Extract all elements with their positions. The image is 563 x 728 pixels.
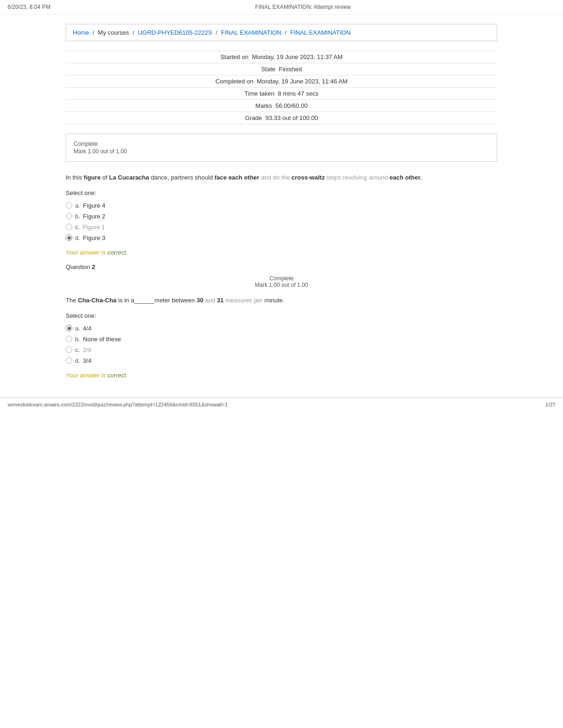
breadcrumb-home[interactable]: Home bbox=[73, 29, 89, 36]
info-marks: Marks 56.00/60.00 bbox=[66, 100, 497, 112]
q2-option-a[interactable]: a. 4/4 bbox=[66, 323, 497, 334]
question2-number: Question 2 bbox=[66, 263, 497, 270]
attempt-info-table: Started on Monday, 19 June 2023, 11:37 A… bbox=[66, 51, 497, 124]
question1-content: In this figure of La Cucaracha dance, pa… bbox=[66, 173, 497, 256]
info-grade: Grade 93.33 out of 100.00 bbox=[66, 112, 497, 124]
page-title-top: FINAL EXAMINATION: Attempt review bbox=[255, 4, 351, 10]
q1-status: Complete bbox=[74, 141, 489, 147]
q2-status: Complete bbox=[66, 275, 497, 282]
q2-radio-c bbox=[66, 346, 72, 353]
info-row-grade: Grade 93.33 out of 100.00 bbox=[66, 112, 497, 124]
breadcrumb-course[interactable]: UGRD-PHYED6105-2222S bbox=[138, 29, 212, 36]
q1-option-d[interactable]: d. Figure 3 bbox=[66, 233, 497, 243]
q2-option-c[interactable]: c. 2/4 bbox=[66, 345, 497, 355]
info-row-marks: Marks 56.00/60.00 bbox=[66, 100, 497, 112]
info-row-completed: Completed on Monday, 19 June 2023, 11:46… bbox=[66, 75, 497, 88]
q1-radio-c bbox=[66, 224, 72, 230]
bottom-bar: semestralexam.amaes.com/2222/mod/quiz/re… bbox=[0, 398, 563, 411]
q1-radio-a bbox=[66, 202, 72, 209]
q2-options: a. 4/4 b. None of these c. 2/4 d. 3/4 bbox=[66, 323, 497, 366]
info-completed: Completed on Monday, 19 June 2023, 11:46… bbox=[66, 75, 497, 88]
q1-text: In this figure of La Cucaracha dance, pa… bbox=[66, 173, 497, 183]
top-bar: 6/20/23, 8:04 PM FINAL EXAMINATION: Atte… bbox=[0, 0, 563, 15]
question1-status-block: Complete Mark 1.00 out of 1.00 bbox=[66, 134, 497, 162]
breadcrumb-sep1: / bbox=[92, 29, 94, 36]
breadcrumb-sep4: / bbox=[285, 29, 287, 36]
breadcrumb-exam1[interactable]: FINAL EXAMINATION bbox=[221, 29, 282, 36]
question2-status-block: Complete Mark 1.00 out of 1.00 bbox=[66, 275, 497, 288]
q1-option-b[interactable]: b. Figure 2 bbox=[66, 211, 497, 222]
q2-feedback: Your answer is correct. bbox=[66, 372, 497, 379]
q2-radio-b bbox=[66, 336, 72, 342]
q1-select-label: Select one: bbox=[66, 189, 497, 196]
breadcrumb-sep3: / bbox=[216, 29, 218, 36]
q2-text: The Cha-Cha-Cha is in a______meter betwe… bbox=[66, 296, 497, 306]
info-started: Started on Monday, 19 June 2023, 11:37 A… bbox=[66, 51, 497, 63]
q1-feedback: Your answer is correct. bbox=[66, 249, 497, 256]
breadcrumb-sep2: / bbox=[133, 29, 135, 36]
q2-option-d[interactable]: d. 3/4 bbox=[66, 355, 497, 366]
q2-option-b[interactable]: b. None of these bbox=[66, 334, 497, 345]
q1-radio-b bbox=[66, 213, 72, 219]
q1-option-c[interactable]: c. Figure 1 bbox=[66, 222, 497, 233]
info-state: State Finished bbox=[66, 63, 497, 75]
info-row-time: Time taken 8 mins 47 secs bbox=[66, 88, 497, 100]
q1-mark: Mark 1.00 out of 1.00 bbox=[74, 148, 489, 155]
q2-mark: Mark 1.00 out of 1.00 bbox=[66, 282, 497, 288]
breadcrumb-exam2[interactable]: FINAL EXAMINATION bbox=[290, 29, 350, 36]
info-row-started: Started on Monday, 19 June 2023, 11:37 A… bbox=[66, 51, 497, 63]
info-time: Time taken 8 mins 47 secs bbox=[66, 88, 497, 100]
datetime: 6/20/23, 8:04 PM bbox=[8, 4, 50, 10]
q1-options: a. Figure 4 b. Figure 2 c. Figure 1 d. F… bbox=[66, 200, 497, 243]
info-row-state: State Finished bbox=[66, 63, 497, 75]
q1-radio-d bbox=[66, 234, 72, 241]
footer-url: semestralexam.amaes.com/2222/mod/quiz/re… bbox=[8, 402, 228, 407]
q1-option-a[interactable]: a. Figure 4 bbox=[66, 200, 497, 211]
breadcrumb: Home / My courses / UGRD-PHYED6105-2222S… bbox=[66, 24, 497, 41]
footer-page-number: 1/27 bbox=[546, 402, 555, 407]
q2-radio-a bbox=[66, 325, 72, 331]
q2-select-label: Select one: bbox=[66, 312, 497, 319]
q2-radio-d bbox=[66, 357, 72, 364]
main-content: Home / My courses / UGRD-PHYED6105-2222S… bbox=[56, 24, 507, 379]
breadcrumb-my-courses: My courses bbox=[98, 29, 129, 36]
question2-content: The Cha-Cha-Cha is in a______meter betwe… bbox=[66, 296, 497, 379]
